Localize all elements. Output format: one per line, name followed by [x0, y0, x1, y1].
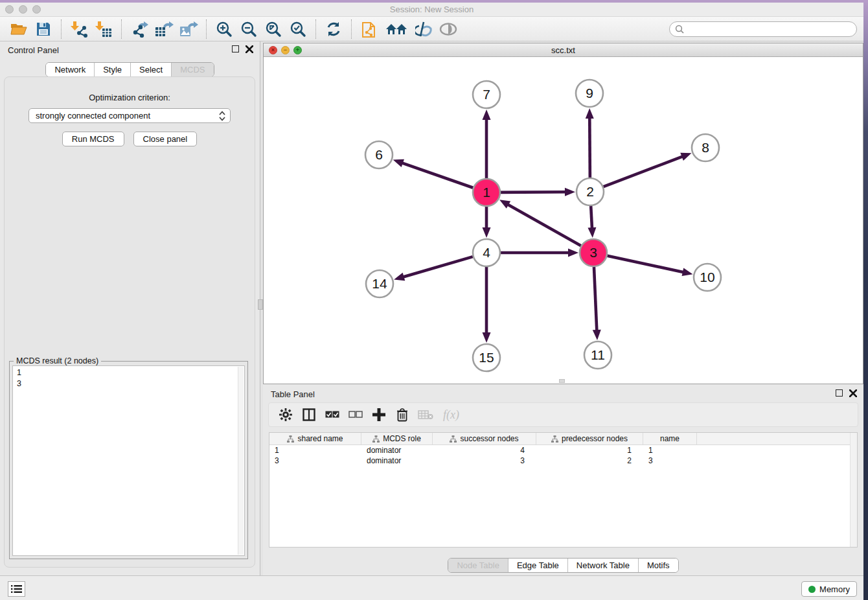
close-panel-icon[interactable] [246, 45, 253, 53]
table-panel-title: Table Panel [271, 389, 315, 399]
graph-edge-2-8[interactable] [604, 156, 684, 187]
refresh-icon [325, 21, 342, 38]
task-history-button[interactable] [8, 581, 25, 597]
trash-icon [396, 408, 408, 422]
canvas-scroll-grip[interactable] [559, 379, 565, 383]
table-settings-button[interactable] [276, 405, 295, 424]
export-table-icon [154, 21, 174, 38]
export-network-icon [130, 21, 148, 38]
home-button[interactable] [383, 19, 409, 40]
zoom-fit-icon [265, 21, 282, 38]
graph-edge-1-6[interactable] [401, 163, 473, 188]
table-cell[interactable]: 1 [536, 445, 643, 456]
table-cell[interactable]: 1 [269, 445, 361, 456]
table-cell[interactable]: dominator [361, 456, 433, 466]
control-panel-title: Control Panel [8, 45, 59, 55]
table-scrollbar[interactable] [850, 433, 857, 547]
show-columns-button[interactable] [299, 405, 319, 424]
table-cell[interactable]: 2 [536, 456, 643, 466]
tab-network[interactable]: Network [46, 63, 95, 76]
graph-edge-1-2[interactable] [501, 192, 567, 192]
result-scrollbar[interactable] [238, 367, 244, 555]
table-cell[interactable]: dominator [361, 445, 433, 456]
style-preview-button[interactable] [413, 19, 434, 40]
import-table-icon [95, 21, 112, 38]
graph-node-label: 8 [702, 140, 709, 155]
zoom-selected-button[interactable] [288, 19, 308, 40]
add-row-button[interactable] [369, 405, 389, 424]
graph-edge-3-11[interactable] [594, 267, 597, 332]
edge-arrowhead [483, 227, 491, 238]
tab-network-table[interactable]: Network Table [568, 559, 639, 572]
refresh-button[interactable] [323, 19, 344, 40]
eye-icon [439, 22, 458, 36]
edge-arrowhead [588, 227, 596, 238]
table-cell[interactable]: 3 [643, 456, 697, 466]
column-header-shared-name[interactable]: shared name [269, 433, 361, 444]
close-panel-button[interactable]: Close panel [133, 132, 198, 146]
network-from-document-button[interactable] [359, 19, 380, 40]
search-input[interactable] [687, 25, 851, 34]
table-cell[interactable]: 1 [643, 445, 697, 456]
tab-edge-table[interactable]: Edge Table [508, 559, 568, 572]
column-header-label: predecessor nodes [562, 434, 628, 443]
table-row[interactable]: 3dominator323 [269, 456, 857, 466]
close-panel-icon[interactable] [849, 389, 857, 397]
show-hide-panel-button[interactable] [438, 19, 459, 40]
tab-node-table[interactable]: Node Table [448, 559, 508, 572]
export-network-button[interactable] [129, 19, 150, 40]
table-cell[interactable]: 4 [433, 445, 536, 456]
table-cell[interactable]: 3 [433, 456, 536, 466]
search-box[interactable] [669, 21, 857, 37]
table-header-row: shared nameMCDS rolesuccessor nodesprede… [269, 433, 857, 445]
toolbar-separator [121, 19, 122, 39]
function-icon: f(x) [443, 408, 459, 422]
table-cell[interactable]: 3 [269, 456, 361, 466]
zoom-in-icon [216, 21, 233, 38]
graph-edge-4-14[interactable] [402, 257, 473, 277]
memory-button[interactable]: Memory [801, 581, 857, 597]
column-header-MCDS-role[interactable]: MCDS role [361, 433, 433, 444]
graph-edge-2-3[interactable] [591, 206, 592, 229]
column-header-predecessor-nodes[interactable]: predecessor nodes [536, 433, 643, 444]
tab-motifs[interactable]: Motifs [639, 559, 678, 572]
import-network-button[interactable] [69, 19, 89, 40]
graph-edge-3-10[interactable] [608, 256, 685, 273]
column-header-successor-nodes[interactable]: successor nodes [433, 433, 536, 444]
graph-edge-3-1[interactable] [507, 204, 580, 246]
open-session-button[interactable] [8, 19, 29, 40]
toolbar-separator [315, 19, 316, 39]
tab-select[interactable]: Select [131, 63, 172, 76]
column-type-icon [450, 435, 457, 443]
deselect-all-button[interactable] [346, 405, 365, 424]
graph-edge-2-9[interactable] [589, 117, 590, 178]
tab-mcds[interactable]: MCDS [172, 63, 213, 76]
import-table-button[interactable] [93, 19, 114, 40]
column-header-label: successor nodes [460, 434, 518, 443]
toolbar-separator [206, 19, 207, 39]
export-table-button[interactable] [154, 19, 174, 40]
select-all-button[interactable] [323, 405, 342, 424]
export-image-button[interactable] [178, 19, 199, 40]
splitter-grip[interactable] [258, 299, 263, 310]
delete-row-button[interactable] [393, 405, 412, 424]
application-window: Session: New Session [0, 0, 863, 600]
zoom-fit-button[interactable] [263, 19, 284, 40]
save-session-button[interactable] [33, 19, 54, 40]
float-panel-icon[interactable] [232, 45, 239, 52]
columns-icon [303, 408, 315, 421]
zoom-in-button[interactable] [214, 19, 234, 40]
network-window-title: scc.txt [264, 45, 863, 55]
network-canvas[interactable]: 7968124314101511 [264, 57, 863, 384]
network-graph[interactable]: 7968124314101511 [264, 57, 863, 384]
column-header-name[interactable]: name [643, 433, 697, 444]
tab-style[interactable]: Style [95, 63, 131, 76]
zoom-out-button[interactable] [238, 19, 259, 40]
optimization-criterion-select[interactable]: strongly connected component [29, 108, 231, 123]
table-row[interactable]: 1dominator411 [269, 445, 857, 456]
float-panel-icon[interactable] [836, 389, 843, 397]
run-mcds-button[interactable]: Run MCDS [62, 132, 124, 146]
table-toolbar: f(x) [268, 402, 858, 427]
node-table[interactable]: shared nameMCDS rolesuccessor nodesprede… [269, 432, 858, 548]
mcds-result-text[interactable]: 13 [12, 365, 245, 556]
